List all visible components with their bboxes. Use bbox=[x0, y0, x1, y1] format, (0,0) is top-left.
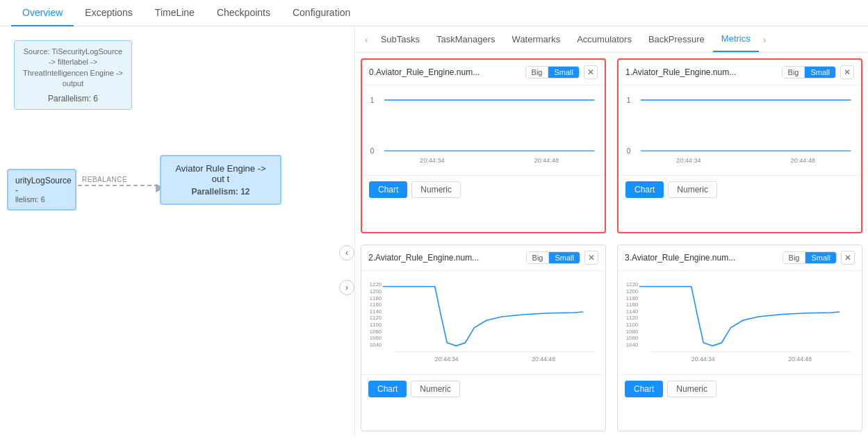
metric-close-btn-3[interactable]: ✕ bbox=[841, 251, 855, 265]
metric-size-btn-small-2[interactable]: Small bbox=[549, 252, 580, 263]
svg-text:1060: 1060 bbox=[626, 335, 639, 341]
svg-text:1: 1 bbox=[370, 97, 375, 104]
tab-configuration[interactable]: Configuration bbox=[281, 0, 361, 26]
metric-footer-btn-chart-3[interactable]: Chart bbox=[625, 381, 663, 397]
metric-close-btn-1[interactable]: ✕ bbox=[840, 65, 854, 79]
svg-text:20:44:34: 20:44:34 bbox=[691, 355, 715, 362]
svg-text:1040: 1040 bbox=[626, 341, 639, 347]
engine-node-name: Aviator Rule Engine -> out t bbox=[170, 163, 272, 184]
metric-size-btn-big-1[interactable]: Big bbox=[783, 67, 805, 78]
left-node-box[interactable]: urityLogSource - llelism: 6 bbox=[7, 169, 76, 210]
svg-text:1220: 1220 bbox=[370, 281, 382, 288]
tab-exceptions[interactable]: Exceptions bbox=[74, 0, 143, 26]
sub-nav-next-arrow[interactable]: › bbox=[759, 27, 771, 52]
svg-text:1180: 1180 bbox=[626, 295, 639, 301]
metric-footer-1: ChartNumeric bbox=[619, 175, 861, 204]
source-parallelism: Parallelism: 6 bbox=[23, 94, 123, 103]
svg-text:1040: 1040 bbox=[370, 341, 382, 347]
svg-text:20:44:34: 20:44:34 bbox=[435, 355, 459, 362]
metric-card-1: 1.Aviator_Rule_Engine.num...BigSmall✕ 1 … bbox=[617, 58, 862, 233]
svg-text:1140: 1140 bbox=[370, 308, 382, 314]
main-layout: Source: TiSecurityLogSource -> filterlab… bbox=[0, 26, 868, 437]
metric-footer-btn-numeric-1[interactable]: Numeric bbox=[668, 181, 717, 198]
svg-text:1080: 1080 bbox=[626, 328, 639, 334]
metric-card-header-1: 1.Aviator_Rule_Engine.num...BigSmall✕ bbox=[619, 60, 861, 85]
svg-text:0: 0 bbox=[370, 147, 375, 155]
svg-text:20:44:48: 20:44:48 bbox=[532, 355, 555, 362]
metric-size-group-0: BigSmall bbox=[525, 66, 580, 78]
rebalance-label: REBALANCE bbox=[82, 176, 127, 183]
svg-text:1100: 1100 bbox=[626, 321, 639, 327]
svg-text:1100: 1100 bbox=[370, 321, 382, 327]
svg-text:1160: 1160 bbox=[370, 301, 382, 308]
right-panel: ‹ SubTasks TaskManagers Watermarks Accum… bbox=[354, 26, 868, 437]
metric-close-btn-2[interactable]: ✕ bbox=[584, 251, 598, 265]
metric-close-btn-0[interactable]: ✕ bbox=[584, 65, 598, 79]
left-panel: Source: TiSecurityLogSource -> filterlab… bbox=[0, 26, 354, 437]
expand-left-button[interactable]: ‹ bbox=[339, 245, 354, 260]
metric-chart-2: 1220120011801160114011201100108010601040… bbox=[361, 271, 605, 374]
svg-text:1120: 1120 bbox=[370, 315, 382, 321]
tab-timeline[interactable]: TimeLine bbox=[144, 0, 206, 26]
metric-card-2: 2.Aviator_Rule_Engine.num...BigSmall✕ 12… bbox=[361, 245, 606, 432]
sub-tab-watermarks[interactable]: Watermarks bbox=[504, 27, 569, 51]
rebalance-line bbox=[78, 185, 158, 186]
svg-text:1140: 1140 bbox=[626, 308, 639, 314]
metric-title-2: 2.Aviator_Rule_Engine.num... bbox=[368, 253, 522, 263]
left-node-sub: llelism: 6 bbox=[15, 195, 68, 204]
metric-size-group-2: BigSmall bbox=[526, 251, 580, 264]
sub-tab-metrics[interactable]: Metrics bbox=[713, 26, 759, 52]
metric-size-btn-small-3[interactable]: Small bbox=[805, 252, 836, 263]
source-node-info: Source: TiSecurityLogSource -> filterlab… bbox=[14, 40, 132, 110]
metrics-grid: 0.Aviator_Rule_Engine.num...BigSmall✕ 1 … bbox=[355, 53, 868, 437]
svg-text:1200: 1200 bbox=[626, 288, 639, 295]
left-node-title: urityLogSource - bbox=[15, 176, 68, 195]
metric-size-btn-small-0[interactable]: Small bbox=[548, 67, 579, 78]
tab-checkpoints[interactable]: Checkpoints bbox=[206, 0, 281, 26]
svg-text:20:44:48: 20:44:48 bbox=[788, 355, 812, 362]
metric-chart-3: 1220120011801160114011201100108010601040… bbox=[618, 271, 862, 374]
svg-text:1120: 1120 bbox=[626, 315, 639, 321]
metric-size-btn-big-0[interactable]: Big bbox=[526, 67, 549, 78]
metric-footer-btn-chart-1[interactable]: Chart bbox=[625, 181, 664, 198]
metric-footer-btn-chart-0[interactable]: Chart bbox=[369, 181, 407, 198]
metric-size-btn-big-3[interactable]: Big bbox=[783, 252, 806, 263]
source-node-text: Source: TiSecurityLogSource -> filterlab… bbox=[23, 47, 123, 90]
metric-footer-2: ChartNumeric bbox=[361, 374, 605, 403]
metric-chart-1: 1 0 20:44:34 20:44:48 bbox=[619, 85, 861, 175]
metric-card-header-3: 3.Aviator_Rule_Engine.num...BigSmall✕ bbox=[618, 245, 862, 271]
metric-footer-3: ChartNumeric bbox=[618, 374, 862, 403]
svg-text:20:44:48: 20:44:48 bbox=[791, 157, 816, 164]
svg-text:1160: 1160 bbox=[626, 301, 639, 308]
metric-card-header-0: 0.Aviator_Rule_Engine.num...BigSmall✕ bbox=[362, 60, 605, 85]
metric-title-0: 0.Aviator_Rule_Engine.num... bbox=[369, 67, 521, 77]
sub-tab-subtasks[interactable]: SubTasks bbox=[372, 27, 428, 51]
metric-footer-0: ChartNumeric bbox=[362, 175, 605, 204]
sub-tab-backpressure[interactable]: BackPressure bbox=[640, 27, 713, 51]
metric-chart-0: 1 0 20:44:34 20:44:48 bbox=[362, 85, 605, 175]
sub-tab-taskmanagers[interactable]: TaskManagers bbox=[428, 27, 504, 51]
tab-overview[interactable]: Overview bbox=[11, 0, 74, 26]
svg-text:1200: 1200 bbox=[370, 288, 382, 295]
svg-text:1080: 1080 bbox=[370, 328, 382, 334]
metric-size-btn-big-2[interactable]: Big bbox=[527, 252, 550, 263]
metric-size-group-3: BigSmall bbox=[783, 251, 837, 264]
engine-node-box[interactable]: Aviator Rule Engine -> out t Parallelism… bbox=[160, 155, 281, 205]
metric-footer-btn-numeric-2[interactable]: Numeric bbox=[411, 381, 460, 397]
metric-footer-btn-chart-2[interactable]: Chart bbox=[368, 381, 407, 397]
svg-text:1180: 1180 bbox=[370, 295, 382, 301]
svg-text:0: 0 bbox=[627, 147, 631, 155]
svg-text:1060: 1060 bbox=[370, 335, 382, 341]
svg-text:20:44:34: 20:44:34 bbox=[676, 157, 701, 164]
metric-size-btn-small-1[interactable]: Small bbox=[805, 67, 835, 78]
sub-nav-prev-arrow[interactable]: ‹ bbox=[361, 27, 372, 52]
metric-title-1: 1.Aviator_Rule_Engine.num... bbox=[625, 67, 778, 77]
metric-card-header-2: 2.Aviator_Rule_Engine.num...BigSmall✕ bbox=[361, 245, 605, 271]
metric-size-group-1: BigSmall bbox=[782, 66, 836, 78]
collapse-left-button[interactable]: › bbox=[339, 280, 354, 295]
metric-footer-btn-numeric-0[interactable]: Numeric bbox=[411, 181, 461, 198]
metric-footer-btn-numeric-3[interactable]: Numeric bbox=[667, 381, 716, 397]
sub-tab-accumulators[interactable]: Accumulators bbox=[568, 27, 640, 51]
engine-parallelism: Parallelism: 12 bbox=[170, 187, 272, 197]
svg-text:20:44:48: 20:44:48 bbox=[534, 157, 559, 164]
